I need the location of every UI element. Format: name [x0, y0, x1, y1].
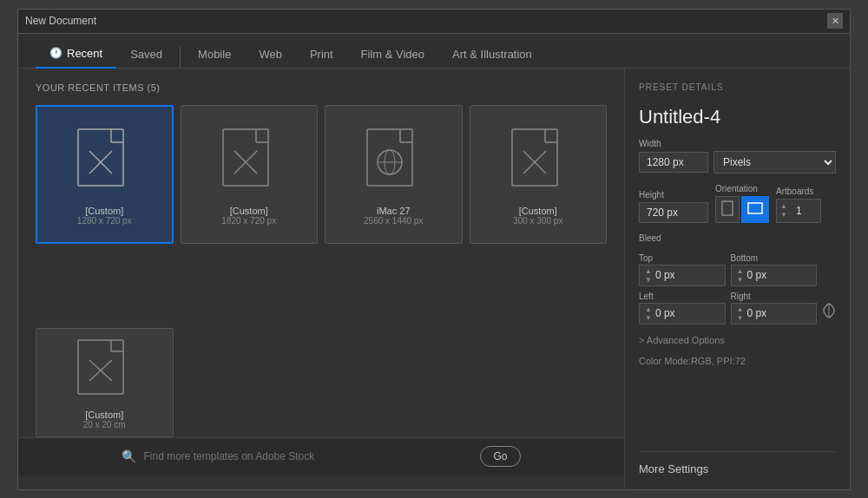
- tab-web-label: Web: [259, 48, 282, 61]
- bleed-right-input-row: ▲▼: [731, 303, 818, 324]
- bleed-right-spinner[interactable]: ▲▼: [737, 305, 744, 322]
- artboards-spinner[interactable]: ▲ ▼: [780, 202, 787, 219]
- tab-recent[interactable]: 🕐 Recent: [36, 40, 116, 69]
- list-item[interactable]: [Custom] 20 x 20 cm: [36, 328, 174, 437]
- tab-art-illustration[interactable]: Art & Illustration: [438, 41, 546, 68]
- landscape-button[interactable]: [741, 196, 769, 223]
- list-item[interactable]: [Custom] 1820 x 720 px: [181, 105, 319, 244]
- tabs-bar: 🕐 Recent Saved Mobile Web Print Film & V…: [18, 34, 850, 69]
- bleed-right-label: Right: [731, 292, 818, 301]
- bleed-top-field: Top ▲▼: [639, 253, 726, 286]
- bleed-top-label: Top: [639, 253, 726, 263]
- bleed-bottom-input-row: ▲▼: [731, 265, 818, 286]
- tab-print-label: Print: [310, 48, 333, 61]
- svg-rect-0: [78, 129, 123, 186]
- svg-rect-26: [722, 201, 733, 215]
- titlebar: New Document ✕: [18, 10, 850, 34]
- tab-web[interactable]: Web: [245, 41, 296, 68]
- item-name: [Custom]: [85, 206, 123, 216]
- item-name: iMac 27: [377, 206, 411, 216]
- bleed-left-input-row: ▲▼: [639, 303, 726, 324]
- svg-rect-10: [367, 129, 412, 186]
- link-icon[interactable]: [822, 302, 836, 319]
- bleed-bottom-input[interactable]: [746, 269, 790, 281]
- bleed-grid: Top ▲▼ Bottom ▲▼: [639, 253, 817, 324]
- width-group: Pixels Inches Centimeters: [639, 151, 836, 174]
- tab-film-video[interactable]: Film & Video: [347, 41, 438, 68]
- preset-title: Untitled-4: [639, 106, 836, 128]
- item-size: 2560 x 1440 px: [364, 216, 423, 226]
- artboards-label: Artboards: [776, 187, 821, 196]
- bleed-right-input[interactable]: [746, 307, 790, 319]
- color-mode-text: Color Mode:RGB, PPI:72: [639, 356, 836, 366]
- svg-rect-16: [512, 129, 557, 186]
- orientation-field: Orientation: [715, 184, 769, 223]
- more-settings-button[interactable]: More Settings: [639, 451, 836, 475]
- item-size: 300 x 300 px: [513, 216, 562, 226]
- item-icon: [358, 125, 428, 199]
- dialog-title: New Document: [25, 15, 96, 27]
- bleed-right-field: Right ▲▼: [731, 292, 818, 324]
- artboards-field: Artboards ▲ ▼: [776, 187, 821, 223]
- close-button[interactable]: ✕: [827, 13, 843, 29]
- new-document-dialog: New Document ✕ 🕐 Recent Saved Mobile Web…: [17, 9, 851, 490]
- item-icon: [69, 125, 139, 199]
- items-grid-row1: [Custom] 1280 x 720 px [Custom: [36, 105, 607, 321]
- item-size: 1280 x 720 px: [77, 216, 132, 226]
- width-field: Width Pixels Inches Centimeters: [639, 139, 836, 174]
- list-item[interactable]: [Custom] 300 x 300 px: [470, 105, 608, 244]
- svg-rect-27: [748, 203, 762, 213]
- bleed-left-field: Left ▲▼: [639, 292, 726, 324]
- bleed-left-label: Left: [639, 292, 726, 301]
- svg-rect-5: [223, 129, 268, 186]
- search-bar: 🔍 Go: [18, 437, 624, 475]
- height-label: Height: [639, 190, 708, 200]
- advanced-options[interactable]: > Advanced Options: [639, 335, 836, 345]
- orientation-label: Orientation: [715, 184, 769, 193]
- tab-recent-label: Recent: [67, 47, 102, 60]
- list-item[interactable]: iMac 27 2560 x 1440 px: [325, 105, 463, 244]
- item-icon: [503, 125, 573, 199]
- search-input[interactable]: [143, 450, 473, 462]
- tab-saved[interactable]: Saved: [116, 41, 176, 68]
- tab-art-illustration-label: Art & Illustration: [452, 48, 532, 61]
- height-field: Height: [639, 190, 708, 223]
- bleed-bottom-spinner[interactable]: ▲▼: [737, 267, 744, 284]
- tab-print[interactable]: Print: [296, 41, 347, 68]
- bleed-bottom-field: Bottom ▲▼: [731, 253, 818, 286]
- tab-film-video-label: Film & Video: [361, 48, 424, 61]
- items-grid-row2: [Custom] 20 x 20 cm: [36, 328, 607, 437]
- bleed-left-input[interactable]: [655, 307, 699, 319]
- list-item[interactable]: [Custom] 1280 x 720 px: [36, 105, 174, 244]
- go-button[interactable]: Go: [480, 446, 520, 467]
- right-panel: PRESET DETAILS Untitled-4 Width Pixels I…: [624, 69, 850, 489]
- section-title: YOUR RECENT ITEMS (5): [36, 82, 607, 93]
- tab-mobile[interactable]: Mobile: [184, 41, 245, 68]
- bleed-left-spinner[interactable]: ▲▼: [645, 305, 652, 322]
- bleed-section: Bleed Top ▲▼ Bottom: [639, 233, 836, 324]
- svg-rect-21: [78, 340, 123, 394]
- width-label: Width: [639, 139, 836, 148]
- item-icon: [214, 125, 284, 199]
- width-unit-select[interactable]: Pixels Inches Centimeters: [713, 151, 836, 174]
- preset-label: PRESET DETAILS: [639, 82, 836, 92]
- item-size: 1820 x 720 px: [221, 216, 276, 226]
- height-input[interactable]: [639, 202, 708, 223]
- item-name: [Custom]: [519, 206, 557, 216]
- clock-icon: 🕐: [49, 47, 62, 59]
- artboards-input[interactable]: [791, 201, 817, 220]
- item-name: [Custom]: [230, 206, 268, 216]
- portrait-button[interactable]: [715, 196, 740, 223]
- bleed-top-input-row: ▲▼: [639, 265, 726, 286]
- height-orientation-row: Height Orientation Artboards: [639, 184, 836, 223]
- left-panel: YOUR RECENT ITEMS (5) [Custom]: [18, 69, 624, 489]
- bleed-top-spinner[interactable]: ▲▼: [645, 267, 652, 284]
- tab-saved-label: Saved: [130, 48, 162, 61]
- bleed-label: Bleed: [639, 233, 836, 243]
- item-name: [Custom]: [85, 410, 123, 420]
- tab-mobile-label: Mobile: [198, 48, 231, 61]
- item-icon: [74, 337, 135, 403]
- search-icon: 🔍: [122, 449, 136, 463]
- bleed-top-input[interactable]: [655, 269, 699, 281]
- width-input[interactable]: [639, 152, 708, 173]
